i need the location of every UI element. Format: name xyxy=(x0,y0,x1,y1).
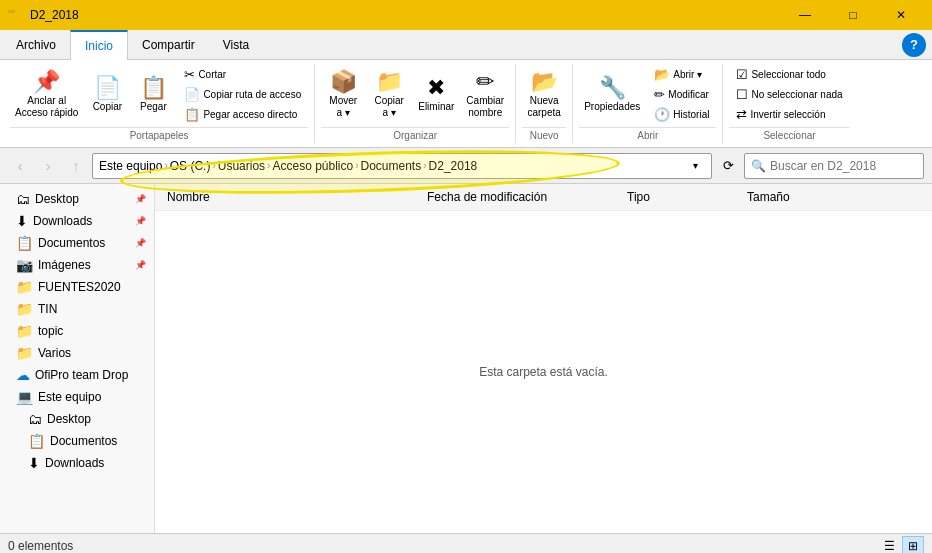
sidebar-item-desktop-pc[interactable]: 🗂 Desktop xyxy=(0,408,154,430)
sidebar-item-tin[interactable]: 📁 TIN xyxy=(0,298,154,320)
close-button[interactable]: ✕ xyxy=(878,0,924,30)
seleccionar-label: Seleccionar xyxy=(729,127,849,141)
mover-button[interactable]: 📦 Movera ▾ xyxy=(321,68,365,122)
view-controls: ☰ ⊞ xyxy=(878,536,924,554)
propiedades-button[interactable]: 🔧 Propiedades xyxy=(579,74,645,115)
anclar-button[interactable]: 📌 Anclar alAcceso rápido xyxy=(10,68,83,122)
column-name[interactable]: Nombre xyxy=(163,188,423,206)
cambiar-nombre-button[interactable]: ✏ Cambiarnombre xyxy=(461,68,509,122)
pegar-button[interactable]: 📋 Pegar xyxy=(131,74,175,115)
copy-path-icon: 📄 xyxy=(184,87,200,102)
fuentes-icon: 📁 xyxy=(16,279,33,295)
address-input[interactable]: Este equipo › OS (C:) › Usuarios › Acces… xyxy=(92,153,712,179)
sidebar-item-downloads-quick[interactable]: ⬇ Downloads 📌 xyxy=(0,210,154,232)
pegar-acceso-label: Pegar acceso directo xyxy=(203,109,297,120)
pin-indicator-4: 📌 xyxy=(135,260,146,270)
computer-icon: 💻 xyxy=(16,389,33,405)
tin-icon: 📁 xyxy=(16,301,33,317)
content-header: Nombre Fecha de modificación Tipo Tamaño xyxy=(155,184,932,211)
sidebar-item-imagenes[interactable]: 📷 Imágenes 📌 xyxy=(0,254,154,276)
help-icon[interactable]: ? xyxy=(902,33,926,57)
imagenes-icon: 📷 xyxy=(16,257,33,273)
modificar-button[interactable]: ✏ Modificar xyxy=(650,85,713,104)
search-input[interactable] xyxy=(770,159,917,173)
abrir-buttons: 🔧 Propiedades 📂 Abrir ▾ ✏ Modificar 🕐 Hi… xyxy=(579,64,716,125)
invert-icon: ⇄ xyxy=(736,107,747,122)
ribbon-content: 📌 Anclar alAcceso rápido 📄 Copiar 📋 Pega… xyxy=(0,60,932,148)
sidebar-item-topic[interactable]: 📁 topic xyxy=(0,320,154,342)
historial-button[interactable]: 🕐 Historial xyxy=(650,105,713,124)
sidebar-item-ofipro[interactable]: ☁ OfiPro team Drop xyxy=(0,364,154,386)
history-icon: 🕐 xyxy=(654,107,670,122)
list-view-button[interactable]: ☰ xyxy=(878,536,900,554)
address-bar: ‹ › ↑ Este equipo › OS (C:) › Usuarios ›… xyxy=(0,148,932,184)
copiar-button[interactable]: 📄 Copiar xyxy=(85,74,129,115)
tab-vista[interactable]: Vista xyxy=(209,30,263,60)
propiedades-label: Propiedades xyxy=(584,101,640,112)
path-usuarios[interactable]: Usuarios xyxy=(218,159,265,173)
search-box[interactable]: 🔍 xyxy=(744,153,924,179)
select-all-icon: ☑ xyxy=(736,67,748,82)
title-bar-controls: — □ ✕ xyxy=(782,0,924,30)
up-button[interactable]: ↑ xyxy=(64,154,88,178)
forward-button[interactable]: › xyxy=(36,154,60,178)
sidebar-item-desktop-quick[interactable]: 🗂 Desktop 📌 xyxy=(0,188,154,210)
no-seleccionar-button[interactable]: ☐ No seleccionar nada xyxy=(732,85,846,104)
invertir-seleccion-label: Invertir selección xyxy=(750,109,825,120)
organizar-label: Organizar xyxy=(321,127,509,141)
sidebar-item-downloads-pc[interactable]: ⬇ Downloads xyxy=(0,452,154,474)
seleccionar-buttons: ☑ Seleccionar todo ☐ No seleccionar nada… xyxy=(729,64,849,125)
path-este-equipo[interactable]: Este equipo xyxy=(99,159,162,173)
sidebar-label-ofipro: OfiPro team Drop xyxy=(35,368,128,382)
abrir-label: Abrir ▾ xyxy=(673,69,702,80)
back-button[interactable]: ‹ xyxy=(8,154,32,178)
detail-view-button[interactable]: ⊞ xyxy=(902,536,924,554)
copiar-label: Copiar xyxy=(93,101,122,112)
address-dropdown-button[interactable]: ▾ xyxy=(685,153,705,179)
svg-rect-1 xyxy=(8,10,15,13)
copiar-ruta-button[interactable]: 📄 Copiar ruta de acceso xyxy=(180,85,305,104)
edit-icon: ✏ xyxy=(654,87,665,102)
cortar-button[interactable]: ✂ Cortar xyxy=(180,65,305,84)
address-path: Este equipo › OS (C:) › Usuarios › Acces… xyxy=(99,159,685,173)
abrir-button[interactable]: 📂 Abrir ▾ xyxy=(650,65,713,84)
path-acceso[interactable]: Acceso público xyxy=(272,159,353,173)
sidebar-label-documentos: Documentos xyxy=(38,236,105,250)
pegar-acceso-button[interactable]: 📋 Pegar acceso directo xyxy=(180,105,305,124)
organizar-buttons: 📦 Movera ▾ 📁 Copiara ▾ ✖ Eliminar ✏ Camb… xyxy=(321,64,509,125)
seleccionar-small-group: ☑ Seleccionar todo ☐ No seleccionar nada… xyxy=(729,64,849,125)
seleccionar-todo-button[interactable]: ☑ Seleccionar todo xyxy=(732,65,846,84)
copy-icon: 📄 xyxy=(94,77,121,99)
abrir-small-group: 📂 Abrir ▾ ✏ Modificar 🕐 Historial xyxy=(647,64,716,125)
nueva-carpeta-button[interactable]: 📂 Nuevacarpeta xyxy=(522,68,566,122)
sidebar-item-fuentes[interactable]: 📁 FUENTES2020 xyxy=(0,276,154,298)
title-bar: D2_2018 — □ ✕ xyxy=(0,0,932,30)
column-modified[interactable]: Fecha de modificación xyxy=(423,188,623,206)
pin-indicator-3: 📌 xyxy=(135,238,146,248)
documentos-pc-icon: 📋 xyxy=(28,433,45,449)
sidebar-label-fuentes: FUENTES2020 xyxy=(38,280,121,294)
maximize-button[interactable]: □ xyxy=(830,0,876,30)
sidebar-item-este-equipo[interactable]: 💻 Este equipo xyxy=(0,386,154,408)
sidebar-item-documentos-pc[interactable]: 📋 Documentos xyxy=(0,430,154,452)
minimize-button[interactable]: — xyxy=(782,0,828,30)
tab-inicio[interactable]: Inicio xyxy=(70,30,128,60)
status-bar: 0 elementos ☰ ⊞ xyxy=(0,533,932,553)
tab-compartir[interactable]: Compartir xyxy=(128,30,209,60)
column-type[interactable]: Tipo xyxy=(623,188,743,206)
column-size[interactable]: Tamaño xyxy=(743,188,843,206)
copiar-a-button[interactable]: 📁 Copiara ▾ xyxy=(367,68,411,122)
path-d2[interactable]: D2_2018 xyxy=(429,159,478,173)
refresh-button[interactable]: ⟳ xyxy=(716,154,740,178)
sidebar-item-documentos-quick[interactable]: 📋 Documentos 📌 xyxy=(0,232,154,254)
portapapeles-buttons: 📌 Anclar alAcceso rápido 📄 Copiar 📋 Pega… xyxy=(10,64,308,125)
deselect-icon: ☐ xyxy=(736,87,748,102)
path-documents[interactable]: Documents xyxy=(361,159,422,173)
eliminar-button[interactable]: ✖ Eliminar xyxy=(413,74,459,115)
modificar-label: Modificar xyxy=(668,89,709,100)
tab-archivo[interactable]: Archivo xyxy=(2,30,70,60)
invertir-seleccion-button[interactable]: ⇄ Invertir selección xyxy=(732,105,846,124)
anclar-label: Anclar alAcceso rápido xyxy=(15,95,78,119)
sidebar-item-varios[interactable]: 📁 Varios xyxy=(0,342,154,364)
path-os[interactable]: OS (C:) xyxy=(170,159,211,173)
